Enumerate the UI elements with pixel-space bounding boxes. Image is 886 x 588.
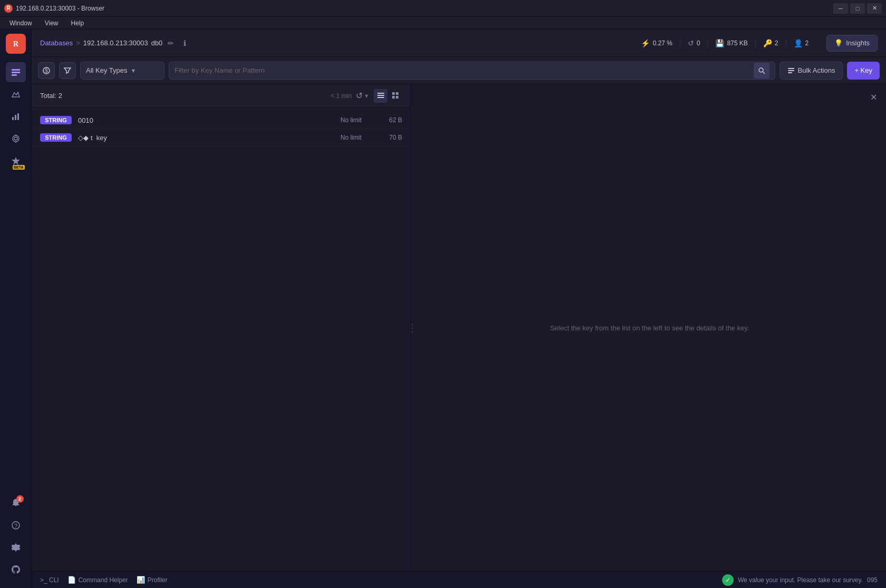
keys-icon: 🔑 [763, 39, 772, 47]
key-list-header: Total: 2 < 1 min ↺ ▼ [32, 84, 411, 107]
insights-label: Insights [846, 39, 870, 47]
menu-window[interactable]: Window [4, 18, 37, 28]
stat-connections-value: 0 [697, 40, 700, 47]
bulk-actions-button[interactable]: Bulk Actions [780, 62, 843, 80]
cpu-icon: ⚡ [641, 39, 650, 47]
svg-rect-22 [377, 95, 384, 96]
refresh-icon: ↺ [356, 91, 363, 101]
key-name: 0010 [78, 116, 326, 124]
key-size: 70 B [376, 134, 402, 141]
bottom-bar-right: ✓ We value your input. Please take our s… [722, 574, 878, 586]
sidebar-item-help[interactable]: ? [6, 515, 26, 535]
key-icon-diamond: ◇◆ [78, 134, 89, 142]
key-list: STRING 0010 No limit 62 B STRING ◇◆ t [32, 107, 411, 571]
info-icon[interactable]: ℹ [179, 38, 190, 48]
sidebar-item-analytics[interactable] [6, 106, 26, 126]
profiler-label: Profiler [148, 576, 168, 584]
sidebar: R [0, 30, 32, 588]
menu-help[interactable]: Help [65, 18, 89, 28]
window-title: 192.168.0.213:30003 - Browser [16, 5, 104, 12]
sidebar-item-pubsub[interactable] [6, 129, 26, 149]
breadcrumb-sep: > [76, 39, 80, 47]
filter-input[interactable] [174, 66, 751, 74]
stat-keys-value: 2 [775, 40, 778, 47]
key-type-select[interactable]: All Key Types ▼ [80, 62, 164, 80]
profiler-item[interactable]: 📊 Profiler [137, 576, 168, 584]
breadcrumb-databases[interactable]: Databases [40, 39, 73, 47]
edit-icon[interactable]: ✏ [165, 38, 176, 48]
key-ttl: No limit [333, 134, 369, 141]
top-bar-stats: ⚡ 0.27 % ↺ 0 💾 875 KB 🔑 2 👤 2 [634, 39, 816, 47]
browser-list-icon-btn[interactable]: $ [38, 62, 55, 79]
sidebar-item-notifications[interactable]: 2 [6, 493, 26, 513]
sidebar-item-beta[interactable]: BETA [6, 151, 26, 171]
view-toggle [374, 89, 402, 103]
bottom-bar-left: >_ CLI 📄 Command Helper 📊 Profiler [40, 576, 168, 584]
detail-panel: ✕ Select the key from the list on the le… [413, 84, 886, 571]
svg-text:$: $ [45, 68, 48, 74]
notification-badge: 2 [16, 495, 24, 503]
stat-keys: 🔑 2 [756, 39, 786, 47]
sidebar-item-github[interactable] [6, 560, 26, 580]
svg-rect-2 [12, 69, 20, 71]
sidebar-item-browser[interactable] [6, 62, 26, 82]
grid-view-button[interactable] [388, 89, 402, 103]
svg-point-9 [14, 137, 17, 140]
survey-text: We value your input. Please take our sur… [738, 576, 863, 584]
stat-memory-value: 875 KB [727, 40, 747, 47]
svg-rect-7 [17, 113, 19, 120]
key-type-badge-string: STRING [40, 133, 72, 142]
chevron-down-icon: ▼ [131, 67, 137, 74]
list-view-button[interactable] [374, 89, 387, 103]
svg-rect-18 [788, 68, 794, 69]
minimize-button[interactable]: ─ [833, 3, 848, 14]
search-icon-btn[interactable] [754, 63, 770, 79]
svg-text:?: ? [14, 523, 17, 529]
version-text: 095 [867, 576, 878, 584]
svg-text:R: R [13, 40, 18, 48]
browser-filter-icon-btn[interactable] [59, 62, 76, 79]
key-ttl: No limit [333, 116, 369, 124]
maximize-button[interactable]: □ [850, 3, 865, 14]
close-button[interactable]: ✕ [867, 3, 882, 14]
breadcrumb: Databases > 192.168.0.213:30003 db0 ✏ ℹ [40, 38, 190, 48]
browser-toolbar: $ All Key Types ▼ [32, 57, 886, 84]
command-helper-item[interactable]: 📄 Command Helper [67, 576, 128, 584]
connections-icon: ↺ [688, 39, 694, 47]
profiler-icon: 📊 [137, 576, 145, 584]
window-controls: ─ □ ✕ [833, 3, 882, 14]
bottom-bar: >_ CLI 📄 Command Helper 📊 Profiler ✓ We … [32, 571, 886, 588]
key-name-text: t key [91, 134, 107, 142]
close-detail-button[interactable]: ✕ [867, 91, 880, 103]
stat-users-value: 2 [805, 40, 809, 47]
svg-rect-26 [392, 96, 395, 99]
insights-button[interactable]: 💡 Insights [826, 35, 878, 52]
table-row[interactable]: STRING 0010 No limit 62 B [32, 112, 411, 129]
sidebar-item-settings[interactable] [6, 537, 26, 557]
command-helper-icon: 📄 [67, 576, 76, 584]
refresh-button[interactable]: ↺ ▼ [356, 91, 369, 101]
stat-users: 👤 2 [786, 39, 816, 47]
add-key-button[interactable]: + Key [847, 62, 880, 80]
key-name: ◇◆ t key [78, 134, 326, 142]
sidebar-item-workbench[interactable] [6, 84, 26, 104]
add-key-label: + Key [854, 66, 872, 74]
key-type-label: All Key Types [86, 66, 128, 74]
cli-item[interactable]: >_ CLI [40, 576, 59, 584]
stat-cpu: ⚡ 0.27 % [634, 39, 680, 47]
svg-rect-20 [788, 72, 792, 73]
key-size: 62 B [376, 116, 402, 124]
total-label: Total: 2 [40, 92, 62, 100]
refresh-chevron-icon: ▼ [364, 93, 369, 99]
svg-line-17 [763, 72, 765, 74]
content-area: Databases > 192.168.0.213:30003 db0 ✏ ℹ … [32, 30, 886, 588]
title-bar: R 192.168.0.213:30003 - Browser ─ □ ✕ [0, 0, 886, 17]
table-row[interactable]: STRING ◇◆ t key No limit 70 B [32, 129, 411, 146]
detail-empty-message: Select the key from the list on the left… [413, 84, 886, 571]
sidebar-logo[interactable]: R [6, 34, 26, 54]
beta-badge: BETA [13, 165, 25, 170]
svg-rect-19 [788, 70, 794, 71]
menu-view[interactable]: View [40, 18, 64, 28]
svg-point-16 [759, 68, 763, 72]
svg-rect-6 [15, 115, 16, 120]
